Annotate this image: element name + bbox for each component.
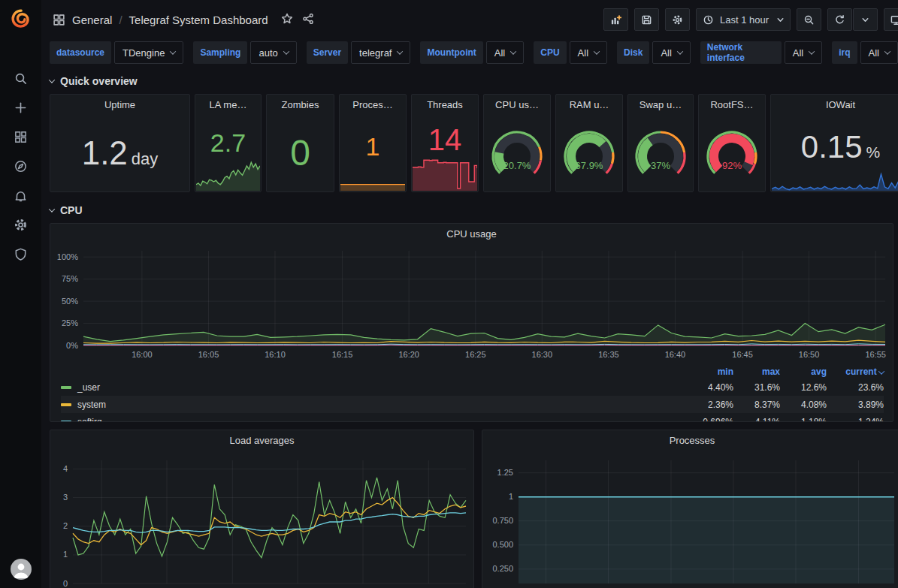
- series-label[interactable]: softirq: [77, 417, 102, 423]
- panel-title[interactable]: Uptime: [50, 95, 189, 114]
- legend-sort-max[interactable]: max: [733, 366, 780, 377]
- svg-text:37%: 37%: [651, 160, 670, 171]
- legend-avg: 12.6%: [780, 382, 827, 393]
- load-averages-chart[interactable]: 16:0016:1016:2016:3016:4016:5001234: [55, 451, 469, 588]
- svg-text:16:40: 16:40: [665, 350, 686, 359]
- gear-icon: [672, 14, 683, 26]
- processes-chart[interactable]: 16:0016:1016:2016:3016:4016:500.2500.500…: [487, 451, 897, 588]
- stat-value-box: 0: [267, 114, 334, 191]
- add-panel-button[interactable]: [603, 8, 628, 31]
- legend-max: 4.11%: [733, 417, 780, 423]
- legend-avg: 1.18%: [780, 417, 827, 423]
- chevron-down-icon: [860, 14, 871, 26]
- stat-value: 1.2: [82, 134, 128, 172]
- sidebar-explore-icon[interactable]: [0, 152, 41, 181]
- stat-panel-uptime: Uptime 1.2 day: [50, 94, 190, 192]
- sidebar-plus-icon[interactable]: [0, 93, 41, 122]
- sparkline: [772, 170, 898, 191]
- legend-min: 2.36%: [687, 400, 733, 410]
- chevron-down-icon: [170, 48, 176, 54]
- panel-title[interactable]: Processes: [482, 430, 898, 450]
- apps-icon: [53, 14, 65, 26]
- svg-text:16:25: 16:25: [465, 350, 486, 359]
- refresh-button[interactable]: [827, 8, 852, 31]
- section-quick-overview[interactable]: Quick overview: [50, 72, 898, 90]
- panel-title[interactable]: CPU us…: [484, 95, 550, 114]
- svg-text:100%: 100%: [57, 252, 78, 261]
- variable-value-dropdown[interactable]: All: [785, 41, 822, 64]
- legend-sort-avg[interactable]: avg: [780, 366, 827, 377]
- svg-text:4: 4: [63, 464, 68, 473]
- legend-row-system: system 2.36% 8.37% 4.08% 3.89%: [61, 396, 884, 413]
- variable-label: Server: [307, 41, 348, 64]
- panel-title[interactable]: Load averages: [50, 430, 473, 450]
- sidebar-dashboards-icon[interactable]: [0, 122, 41, 152]
- stat-panel-lame: LA me… 2.7: [195, 94, 262, 192]
- variable-value-dropdown[interactable]: All: [486, 41, 524, 64]
- dashboard-settings-button[interactable]: [665, 8, 690, 31]
- variable-value-dropdown[interactable]: TDengine: [114, 41, 183, 64]
- panel-title[interactable]: RootFS…: [699, 95, 765, 114]
- stat-panel-cpuus: CPU us… 20.7%: [483, 94, 551, 192]
- chevron-down-icon: [677, 48, 683, 54]
- time-range-picker[interactable]: Last 1 hour: [696, 8, 791, 31]
- cpu-usage-chart[interactable]: 16:0016:0516:1016:1516:2016:2516:3016:35…: [55, 245, 888, 362]
- variable-value-dropdown[interactable]: All: [652, 41, 690, 64]
- chevron-down-icon: [878, 368, 884, 374]
- zoom-out-button[interactable]: [797, 8, 821, 31]
- legend-header-row: minmaxavgcurrent: [61, 365, 884, 378]
- section-cpu[interactable]: CPU: [50, 201, 898, 219]
- legend-current: 3.89%: [827, 400, 884, 410]
- sidebar-alerting-icon[interactable]: [0, 181, 41, 210]
- series-label[interactable]: system: [77, 400, 106, 410]
- page-title[interactable]: Telegraf System Dashboard: [129, 14, 268, 26]
- zoom-out-icon: [803, 14, 815, 26]
- panel-title[interactable]: CPU usage: [50, 224, 893, 243]
- panel-title[interactable]: RAM u…: [556, 95, 622, 114]
- sidebar-search-icon[interactable]: [0, 64, 41, 93]
- panel-title[interactable]: Threads: [412, 95, 478, 114]
- share-icon[interactable]: [302, 13, 314, 27]
- panel-title[interactable]: LA me…: [195, 95, 261, 114]
- variable-cpu: CPUAll: [534, 41, 607, 64]
- sidebar-gear-icon[interactable]: [0, 210, 41, 240]
- series-label[interactable]: _user: [77, 382, 100, 393]
- svg-text:0: 0: [63, 579, 68, 588]
- cycle-view-mode-button[interactable]: [884, 8, 898, 31]
- refresh-interval-dropdown[interactable]: [853, 8, 878, 31]
- svg-text:0%: 0%: [66, 341, 78, 350]
- variable-value-dropdown[interactable]: All: [860, 41, 898, 64]
- star-icon[interactable]: [281, 13, 293, 27]
- panel-title[interactable]: Swap u…: [628, 95, 693, 114]
- legend-sort-min[interactable]: min: [687, 366, 733, 377]
- sparkline: [340, 168, 405, 191]
- svg-text:16:30: 16:30: [532, 350, 553, 359]
- stat-value: 0: [290, 132, 310, 173]
- legend-sort-current[interactable]: current: [827, 366, 884, 377]
- grafana-logo-icon[interactable]: [11, 8, 31, 29]
- variable-value-dropdown[interactable]: All: [570, 41, 607, 64]
- sidebar-shield-icon[interactable]: [0, 240, 41, 269]
- svg-text:67.9%: 67.9%: [576, 160, 603, 171]
- save-dashboard-button[interactable]: [634, 8, 659, 31]
- sparkline: [413, 144, 477, 191]
- variable-irq: irqAll: [832, 41, 898, 64]
- panel-title[interactable]: IOWait: [771, 95, 898, 114]
- variable-label: CPU: [534, 41, 566, 64]
- variable-label: datasource: [50, 41, 111, 64]
- chevron-down-icon: [49, 77, 55, 83]
- svg-text:16:45: 16:45: [732, 350, 753, 359]
- gauge: 37%: [628, 116, 693, 191]
- svg-text:1.25: 1.25: [497, 468, 513, 477]
- panel-title[interactable]: Zombies: [267, 95, 334, 114]
- gauge: 20.7%: [484, 116, 550, 191]
- variable-label: irq: [832, 41, 857, 64]
- save-icon: [641, 14, 652, 26]
- breadcrumb-folder[interactable]: General: [72, 14, 112, 26]
- panel-title[interactable]: Proces…: [340, 95, 406, 114]
- user-avatar[interactable]: [10, 558, 32, 580]
- legend-row-softirq: softirq 0.696% 4.11% 1.18% 1.24%: [61, 413, 884, 422]
- sidebar-nav: [0, 64, 41, 269]
- variable-value-dropdown[interactable]: auto: [250, 41, 296, 64]
- variable-value-dropdown[interactable]: telegraf: [351, 41, 410, 64]
